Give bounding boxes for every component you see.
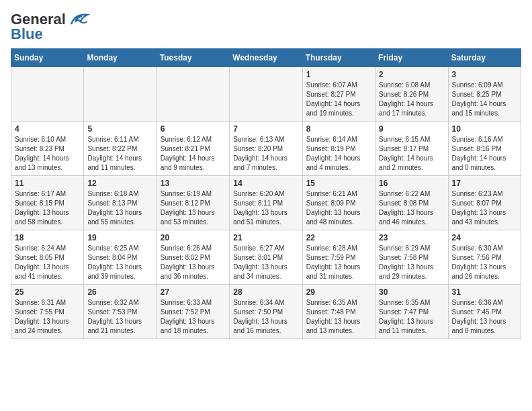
calendar-day-14: 14Sunrise: 6:20 AM Sunset: 8:11 PM Dayli… bbox=[230, 176, 302, 230]
day-number: 28 bbox=[233, 287, 298, 297]
day-info: Sunrise: 6:12 AM Sunset: 8:21 PM Dayligh… bbox=[161, 135, 226, 173]
calendar-week-row: 4Sunrise: 6:10 AM Sunset: 8:23 PM Daylig… bbox=[11, 122, 521, 176]
day-number: 31 bbox=[452, 287, 517, 297]
day-info: Sunrise: 6:29 AM Sunset: 7:58 PM Dayligh… bbox=[379, 244, 444, 281]
calendar-day-11: 11Sunrise: 6:17 AM Sunset: 8:15 PM Dayli… bbox=[11, 176, 84, 230]
day-number: 13 bbox=[161, 179, 226, 188]
day-info: Sunrise: 6:33 AM Sunset: 7:52 PM Dayligh… bbox=[161, 298, 226, 336]
calendar-day-18: 18Sunrise: 6:24 AM Sunset: 8:05 PM Dayli… bbox=[11, 230, 84, 285]
calendar-day-5: 5Sunrise: 6:11 AM Sunset: 8:22 PM Daylig… bbox=[84, 122, 157, 176]
calendar-week-row: 25Sunrise: 6:31 AM Sunset: 7:55 PM Dayli… bbox=[11, 285, 521, 339]
day-info: Sunrise: 6:11 AM Sunset: 8:22 PM Dayligh… bbox=[87, 135, 152, 173]
day-number: 19 bbox=[87, 233, 152, 242]
day-number: 5 bbox=[87, 124, 152, 134]
calendar-day-20: 20Sunrise: 6:26 AM Sunset: 8:02 PM Dayli… bbox=[157, 230, 229, 285]
calendar-day-7: 7Sunrise: 6:13 AM Sunset: 8:20 PM Daylig… bbox=[230, 122, 302, 176]
day-info: Sunrise: 6:24 AM Sunset: 8:05 PM Dayligh… bbox=[15, 244, 80, 281]
day-number: 24 bbox=[452, 233, 517, 242]
day-number: 11 bbox=[15, 179, 80, 188]
calendar-day-1: 1Sunrise: 6:07 AM Sunset: 8:27 PM Daylig… bbox=[302, 67, 375, 122]
day-info: Sunrise: 6:31 AM Sunset: 7:55 PM Dayligh… bbox=[15, 298, 80, 336]
day-info: Sunrise: 6:17 AM Sunset: 8:15 PM Dayligh… bbox=[15, 189, 80, 227]
day-info: Sunrise: 6:21 AM Sunset: 8:09 PM Dayligh… bbox=[306, 189, 371, 227]
day-info: Sunrise: 6:09 AM Sunset: 8:25 PM Dayligh… bbox=[452, 81, 517, 118]
day-number: 18 bbox=[15, 233, 80, 242]
calendar-empty-cell bbox=[84, 67, 157, 122]
day-number: 26 bbox=[87, 287, 152, 297]
calendar-week-row: 1Sunrise: 6:07 AM Sunset: 8:27 PM Daylig… bbox=[11, 67, 521, 122]
day-info: Sunrise: 6:15 AM Sunset: 8:17 PM Dayligh… bbox=[379, 135, 444, 173]
calendar-day-31: 31Sunrise: 6:36 AM Sunset: 7:45 PM Dayli… bbox=[448, 285, 521, 339]
weekday-header-sunday: Sunday bbox=[11, 49, 84, 67]
calendar-day-23: 23Sunrise: 6:29 AM Sunset: 7:58 PM Dayli… bbox=[375, 230, 448, 285]
calendar-day-21: 21Sunrise: 6:27 AM Sunset: 8:01 PM Dayli… bbox=[230, 230, 302, 285]
day-info: Sunrise: 6:30 AM Sunset: 7:56 PM Dayligh… bbox=[452, 244, 517, 281]
day-info: Sunrise: 6:07 AM Sunset: 8:27 PM Dayligh… bbox=[306, 81, 371, 118]
day-number: 12 bbox=[87, 179, 152, 188]
day-number: 4 bbox=[15, 124, 80, 134]
calendar-day-4: 4Sunrise: 6:10 AM Sunset: 8:23 PM Daylig… bbox=[11, 122, 84, 176]
day-number: 23 bbox=[379, 233, 444, 242]
day-number: 8 bbox=[306, 124, 371, 134]
day-info: Sunrise: 6:23 AM Sunset: 8:07 PM Dayligh… bbox=[452, 189, 517, 227]
calendar-day-9: 9Sunrise: 6:15 AM Sunset: 8:17 PM Daylig… bbox=[375, 122, 448, 176]
day-info: Sunrise: 6:13 AM Sunset: 8:20 PM Dayligh… bbox=[233, 135, 298, 173]
day-info: Sunrise: 6:32 AM Sunset: 7:53 PM Dayligh… bbox=[87, 298, 152, 336]
day-number: 30 bbox=[379, 287, 444, 297]
weekday-header-monday: Monday bbox=[84, 49, 157, 67]
calendar-day-27: 27Sunrise: 6:33 AM Sunset: 7:52 PM Dayli… bbox=[157, 285, 229, 339]
calendar-day-30: 30Sunrise: 6:35 AM Sunset: 7:47 PM Dayli… bbox=[375, 285, 448, 339]
day-info: Sunrise: 6:08 AM Sunset: 8:26 PM Dayligh… bbox=[379, 81, 444, 118]
day-info: Sunrise: 6:36 AM Sunset: 7:45 PM Dayligh… bbox=[452, 298, 517, 336]
day-number: 20 bbox=[161, 233, 226, 242]
day-number: 25 bbox=[15, 287, 80, 297]
logo-bird-icon bbox=[69, 12, 90, 27]
calendar-week-row: 11Sunrise: 6:17 AM Sunset: 8:15 PM Dayli… bbox=[11, 176, 521, 230]
day-info: Sunrise: 6:35 AM Sunset: 7:48 PM Dayligh… bbox=[306, 298, 371, 336]
calendar-day-15: 15Sunrise: 6:21 AM Sunset: 8:09 PM Dayli… bbox=[302, 176, 375, 230]
calendar-day-29: 29Sunrise: 6:35 AM Sunset: 7:48 PM Dayli… bbox=[302, 285, 375, 339]
day-number: 2 bbox=[379, 70, 444, 79]
day-info: Sunrise: 6:35 AM Sunset: 7:47 PM Dayligh… bbox=[379, 298, 444, 336]
calendar-empty-cell bbox=[11, 67, 84, 122]
calendar-day-2: 2Sunrise: 6:08 AM Sunset: 8:26 PM Daylig… bbox=[375, 67, 448, 122]
day-info: Sunrise: 6:22 AM Sunset: 8:08 PM Dayligh… bbox=[379, 189, 444, 227]
calendar-empty-cell bbox=[230, 67, 302, 122]
weekday-header-tuesday: Tuesday bbox=[157, 49, 229, 67]
day-info: Sunrise: 6:19 AM Sunset: 8:12 PM Dayligh… bbox=[161, 189, 226, 227]
calendar-day-12: 12Sunrise: 6:18 AM Sunset: 8:13 PM Dayli… bbox=[84, 176, 157, 230]
day-info: Sunrise: 6:20 AM Sunset: 8:11 PM Dayligh… bbox=[233, 189, 298, 227]
header: General Blue bbox=[11, 11, 521, 43]
calendar-day-25: 25Sunrise: 6:31 AM Sunset: 7:55 PM Dayli… bbox=[11, 285, 84, 339]
day-number: 3 bbox=[452, 70, 517, 79]
logo: General Blue bbox=[11, 11, 90, 43]
day-info: Sunrise: 6:28 AM Sunset: 7:59 PM Dayligh… bbox=[306, 244, 371, 281]
day-number: 22 bbox=[306, 233, 371, 242]
weekday-header-row: SundayMondayTuesdayWednesdayThursdayFrid… bbox=[11, 49, 521, 67]
calendar-empty-cell bbox=[157, 67, 229, 122]
day-info: Sunrise: 6:25 AM Sunset: 8:04 PM Dayligh… bbox=[87, 244, 152, 281]
calendar-day-8: 8Sunrise: 6:14 AM Sunset: 8:19 PM Daylig… bbox=[302, 122, 375, 176]
calendar-day-24: 24Sunrise: 6:30 AM Sunset: 7:56 PM Dayli… bbox=[448, 230, 521, 285]
day-info: Sunrise: 6:18 AM Sunset: 8:13 PM Dayligh… bbox=[87, 189, 152, 227]
calendar-day-16: 16Sunrise: 6:22 AM Sunset: 8:08 PM Dayli… bbox=[375, 176, 448, 230]
day-number: 9 bbox=[379, 124, 444, 134]
day-info: Sunrise: 6:10 AM Sunset: 8:23 PM Dayligh… bbox=[15, 135, 80, 173]
day-number: 21 bbox=[233, 233, 298, 242]
weekday-header-thursday: Thursday bbox=[302, 49, 375, 67]
day-info: Sunrise: 6:16 AM Sunset: 8:16 PM Dayligh… bbox=[452, 135, 517, 173]
weekday-header-friday: Friday bbox=[375, 49, 448, 67]
day-number: 17 bbox=[452, 179, 517, 188]
calendar-day-6: 6Sunrise: 6:12 AM Sunset: 8:21 PM Daylig… bbox=[157, 122, 229, 176]
day-info: Sunrise: 6:34 AM Sunset: 7:50 PM Dayligh… bbox=[233, 298, 298, 336]
day-number: 29 bbox=[306, 287, 371, 297]
calendar-day-19: 19Sunrise: 6:25 AM Sunset: 8:04 PM Dayli… bbox=[84, 230, 157, 285]
day-number: 15 bbox=[306, 179, 371, 188]
weekday-header-wednesday: Wednesday bbox=[230, 49, 302, 67]
calendar-day-26: 26Sunrise: 6:32 AM Sunset: 7:53 PM Dayli… bbox=[84, 285, 157, 339]
day-info: Sunrise: 6:26 AM Sunset: 8:02 PM Dayligh… bbox=[161, 244, 226, 281]
calendar-day-28: 28Sunrise: 6:34 AM Sunset: 7:50 PM Dayli… bbox=[230, 285, 302, 339]
day-number: 27 bbox=[161, 287, 226, 297]
day-number: 1 bbox=[306, 70, 371, 79]
calendar-day-22: 22Sunrise: 6:28 AM Sunset: 7:59 PM Dayli… bbox=[302, 230, 375, 285]
